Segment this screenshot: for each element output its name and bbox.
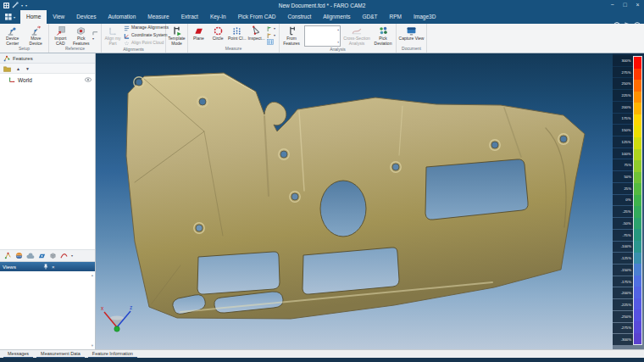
cross-section-analysis-button[interactable]: Cross-Section Analysis [342,25,371,47]
scale-label: -275% [621,326,631,331]
pin-icon[interactable] [43,264,48,270]
move-device-label: Move Device [25,36,48,46]
measure-option-1-button[interactable]: ▾ [267,25,278,31]
views-close-icon[interactable]: × [52,265,92,270]
listbox-scroll-up[interactable]: ▴ [337,28,339,31]
scale-color-segment [634,276,641,287]
world-axis-icon [8,76,15,83]
views-scroll-down[interactable]: ▾ [92,343,93,348]
from-features-button[interactable]: From Features [280,25,303,47]
eye-icon[interactable] [85,77,92,82]
manage-alignments-button[interactable]: Manage Alignments [124,25,169,31]
minimize-button[interactable]: − [606,0,619,10]
strip-dropdown[interactable]: ▾ [71,253,73,258]
scale-label: -225% [621,303,631,307]
scale-color-segment [634,160,641,172]
folder-icon[interactable] [3,65,11,72]
file-menu-caret: ▾ [14,15,15,19]
tab-view[interactable]: View [47,10,70,24]
template-mode-label: Template Mode [167,36,186,46]
cloud-icon[interactable] [26,253,35,259]
tab-automation[interactable]: Automation [102,10,142,24]
cube-icon[interactable] [49,252,57,259]
reference-options-dropdown[interactable]: ▾ [92,36,100,41]
listbox-scroll-down[interactable]: ▾ [337,41,339,44]
part-model[interactable] [96,53,644,349]
tab-alignments[interactable]: Alignments [317,10,356,24]
inspect-button[interactable]: Inspect... [247,25,266,46]
scale-label: 25% [624,187,631,191]
plane-small-icon[interactable] [38,252,46,259]
close-button[interactable]: × [631,0,644,10]
circle-button[interactable]: Circle [208,25,228,46]
tab-extract[interactable]: Extract [175,10,204,24]
tab-measure[interactable]: Measure [142,10,175,24]
file-menu-button[interactable]: ▾ [0,10,20,24]
scale-label-row: 300% [613,55,633,66]
ribbon-group-setup: Device Center Move Device Setup [0,24,49,53]
bottom-tab-measurement-data[interactable]: Measurement Data [36,350,86,358]
align-my-part-label: Align my Part [103,36,123,46]
tab-pick-from-cad[interactable]: Pick From CAD [232,10,282,24]
import-cad-button[interactable]: Import CAD [50,25,71,46]
point-cloud-button[interactable]: Point Cl... [228,25,247,46]
measure-option-2-dropdown[interactable]: ▾ [274,33,275,37]
move-device-button[interactable]: Move Device [25,25,48,46]
measure-option-2-button[interactable]: ▾ [267,32,278,38]
tab-home[interactable]: Home [20,10,47,24]
coordinate-system-button[interactable]: Coordinate System [124,32,169,39]
viewport-3d[interactable]: x z 300%275%250%225%200%175%150%125%100%… [96,53,644,349]
scale-label: -75% [623,233,631,237]
tab-image3d[interactable]: Image3D [408,10,441,24]
scale-color-segment [634,253,641,265]
group-label-template [166,46,187,53]
tab-gd-t[interactable]: GD&T [356,10,383,24]
part-bottom-mid-opening [303,248,399,294]
tree-item-world[interactable]: World [0,74,95,83]
views-scroll-up[interactable]: ▴ [92,273,93,277]
tab-key-in[interactable]: Key-In [204,10,232,24]
template-mode-button[interactable]: Template Mode [167,25,186,46]
manage-alignments-icon [124,25,130,31]
scale-color-segment [634,149,641,161]
tab-devices[interactable]: Devices [70,10,102,24]
curve-icon[interactable] [60,252,68,259]
measure-option-1-dropdown[interactable]: ▾ [274,26,275,31]
pick-features-button[interactable]: Pick Features [71,25,92,46]
scale-label-row: 175% [613,114,633,125]
axes-small-icon[interactable] [4,252,12,259]
left-panel: Features ▲ ▼ World ▾ Views × ▴ ▾ [0,53,96,349]
scale-color-segment [634,114,641,126]
capture-view-button[interactable]: Capture View [397,25,425,46]
plane-button[interactable]: Plane [189,25,208,46]
features-icon [3,55,10,62]
scale-label: 150% [622,128,631,132]
scale-color-segment [634,218,641,230]
restore-button[interactable]: □ [619,0,631,10]
scale-label: 50% [624,175,631,179]
scale-label-row: 50% [613,171,633,182]
features-panel-title: Features [13,56,33,61]
sort-down-button[interactable]: ▼ [25,66,30,71]
scale-color-segment [634,287,641,298]
align-my-part-button[interactable]: Align my Part [103,25,123,47]
scale-label: -250% [621,315,631,319]
reference-options-icon[interactable] [92,31,100,36]
tab-rpm[interactable]: RPM [384,10,408,24]
scale-label-row: -100% [613,242,633,253]
title-bar: ▾ ▾ New Document.fcd * - FARO CAM2 − □ × [0,0,644,10]
sort-up-button[interactable]: ▲ [16,66,20,71]
analysis-listbox[interactable]: ▴ ▾ [304,25,341,47]
axis-triad: x z [98,301,136,339]
bottom-tab-messages[interactable]: Messages [3,350,34,358]
tab-construct[interactable]: Construct [281,10,317,24]
align-point-cloud-button[interactable]: Align Point Cloud [124,40,169,47]
measure-option-3-button[interactable] [267,39,278,45]
views-panel-body[interactable]: ▴ ▾ [0,271,95,349]
views-panel-header[interactable]: Views × [0,262,95,271]
scale-labels: 300%275%250%225%200%175%150%125%100%75%5… [613,55,633,346]
device-center-button[interactable]: Device Center [1,25,25,46]
pick-deviation-button[interactable]: Pick Deviation [371,25,395,47]
bottom-tab-feature-information[interactable]: Feature Information [87,350,138,358]
sphere-icon[interactable] [15,252,23,259]
